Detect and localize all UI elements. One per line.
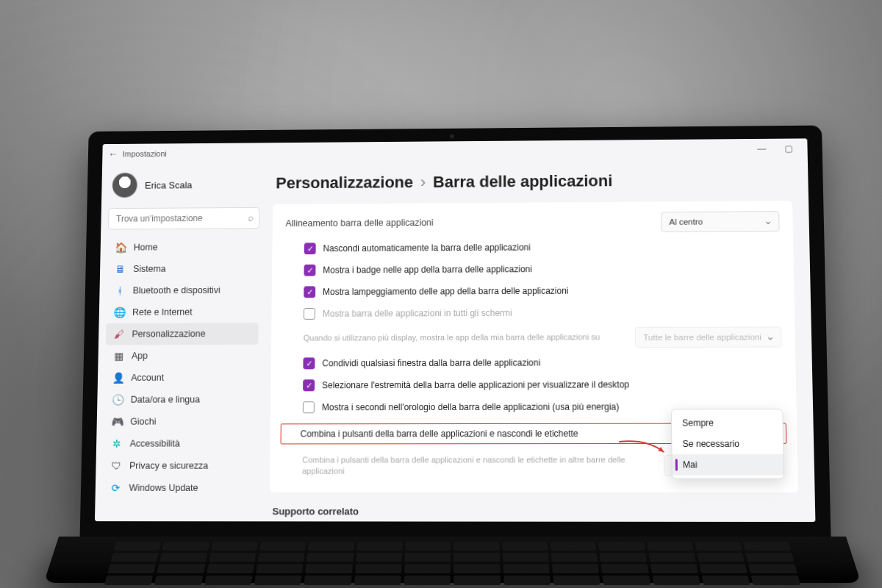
main-content: Personalizzazione › Barra delle applicaz…: [263, 159, 815, 522]
minimize-button[interactable]: —: [748, 144, 775, 154]
nav-label: Giochi: [130, 417, 156, 427]
nav-label: App: [132, 351, 148, 361]
combine-dropdown-menu: Sempre Se necessario Mai: [671, 409, 784, 479]
nav-label: Privacy e sicurezza: [129, 461, 208, 471]
nav-icon: ✲: [111, 438, 123, 450]
autohide-label: Nascondi automaticamente la barra delle …: [323, 241, 780, 254]
keyboard-keys: [107, 542, 797, 575]
checkbox-far-corner[interactable]: [303, 379, 315, 391]
camera-dot: [450, 135, 454, 139]
checkbox-share-window[interactable]: [303, 357, 315, 369]
nav-icon: 🖌: [113, 329, 125, 340]
dropdown-option-sempre[interactable]: Sempre: [672, 412, 783, 434]
maximize-button[interactable]: ▢: [775, 143, 801, 154]
sidebar-item-home[interactable]: 🏠Home: [107, 236, 259, 259]
checkbox-all-displays: [304, 308, 315, 320]
far-corner-label: Selezionare l'estremità della barra dell…: [322, 379, 783, 390]
combine-other-note: Combina i pulsanti della barra delle app…: [283, 453, 664, 478]
app-title: Impostazioni: [123, 145, 749, 158]
checkbox-autohide[interactable]: [304, 243, 316, 254]
share-window-label: Condividi qualsiasi finestra dalla barra…: [322, 357, 782, 369]
chevron-right-icon: ›: [420, 173, 426, 191]
sidebar-item-windows-update[interactable]: ⟳Windows Update: [102, 477, 257, 499]
all-displays-label: Mostra barra delle applicazioni in tutti…: [323, 306, 781, 318]
nav-icon: ᚼ: [114, 285, 126, 297]
nav-icon: 🖥: [115, 263, 126, 275]
search-input[interactable]: [108, 207, 259, 230]
checkbox-badges[interactable]: [304, 265, 316, 276]
nav-label: Account: [131, 373, 164, 383]
nav-icon: 👤: [112, 372, 124, 384]
keyboard-deck: [43, 537, 861, 583]
breadcrumb-current: Barra delle applicazioni: [433, 172, 612, 192]
laptop-frame: ← Impostazioni — ▢ Erica Scala ⌕ 🏠Home🖥S…: [81, 125, 823, 581]
breadcrumb-parent[interactable]: Personalizzazione: [276, 173, 413, 193]
nav-list: 🏠Home🖥SistemaᚼBluetooth e dispositivi🌐Re…: [102, 236, 259, 499]
nav-label: Data/ora e lingua: [131, 395, 200, 405]
breadcrumb: Personalizzazione › Barra delle applicaz…: [276, 171, 792, 193]
nav-icon: ▦: [112, 350, 124, 362]
sidebar-item-giochi[interactable]: 🎮Giochi: [104, 410, 257, 432]
user-block[interactable]: Erica Scala: [109, 167, 260, 205]
sidebar-item-accessibilit-[interactable]: ✲Accessibilità: [104, 432, 257, 454]
sidebar-item-account[interactable]: 👤Account: [105, 367, 258, 389]
sidebar-item-sistema[interactable]: 🖥Sistema: [107, 257, 259, 279]
nav-icon: 🏠: [115, 242, 126, 254]
dropdown-option-mai[interactable]: Mai: [673, 454, 784, 476]
sidebar-item-rete-e-internet[interactable]: 🌐Rete e Internet: [106, 301, 258, 323]
nav-icon: 🛡: [110, 460, 122, 472]
nav-icon: 🌐: [113, 306, 125, 318]
multi-display-select: Tutte le barre delle applicazioni: [635, 326, 782, 348]
alignment-select[interactable]: Al centro: [661, 211, 779, 232]
sidebar-item-data-ora-e-lingua[interactable]: 🕒Data/ora e lingua: [104, 388, 258, 410]
sidebar-item-bluetooth-e-dispositivi[interactable]: ᚼBluetooth e dispositivi: [107, 279, 259, 301]
badges-label: Mostra i badge nelle app della barra del…: [323, 263, 780, 276]
search-icon: ⌕: [248, 212, 254, 223]
dropdown-option-se-necessario[interactable]: Se necessario: [672, 433, 783, 454]
nav-icon: 🕒: [112, 394, 123, 406]
back-button[interactable]: ←: [108, 148, 118, 160]
avatar: [112, 172, 138, 198]
sidebar-item-privacy-e-sicurezza[interactable]: 🛡Privacy e sicurezza: [103, 455, 257, 477]
nav-label: Windows Update: [129, 483, 198, 493]
user-name: Erica Scala: [145, 179, 193, 190]
related-support[interactable]: Supporto correlato: [272, 506, 795, 517]
nav-label: Bluetooth e dispositivi: [133, 285, 220, 295]
multi-display-note: Quando si utilizzano più display, mostra…: [284, 330, 636, 345]
sidebar-item-personalizzazione[interactable]: 🖌Personalizzazione: [106, 323, 259, 345]
flash-label: Mostra lampeggiamento delle app della ba…: [323, 284, 781, 297]
checkbox-show-seconds[interactable]: [303, 401, 315, 413]
nav-label: Personalizzazione: [132, 329, 205, 339]
nav-label: Rete e Internet: [132, 307, 193, 318]
nav-label: Accessibilità: [130, 439, 180, 449]
sidebar: Erica Scala ⌕ 🏠Home🖥SistemaᚼBluetooth e …: [95, 162, 268, 521]
nav-label: Home: [134, 243, 158, 253]
screen: ← Impostazioni — ▢ Erica Scala ⌕ 🏠Home🖥S…: [95, 138, 816, 522]
nav-label: Sistema: [133, 264, 166, 274]
sidebar-item-app[interactable]: ▦App: [105, 345, 258, 367]
nav-icon: 🎮: [111, 416, 123, 428]
alignment-label: Allineamento barra delle applicazioni: [285, 218, 433, 229]
nav-icon: ⟳: [110, 482, 122, 494]
checkbox-flash[interactable]: [304, 286, 315, 298]
settings-panel: Allineamento barra delle applicazioni Al…: [270, 201, 798, 492]
